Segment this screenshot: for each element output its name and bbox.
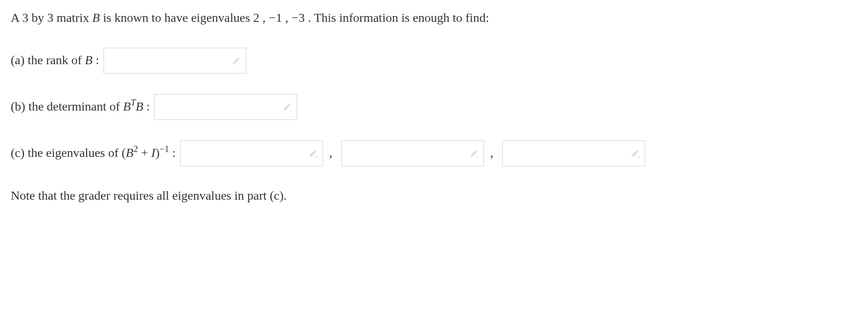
math-B: B bbox=[92, 11, 100, 25]
text: : bbox=[172, 146, 176, 160]
text: Note that the grader requires all eigenv… bbox=[11, 187, 287, 205]
text: , bbox=[285, 11, 291, 25]
text: : bbox=[95, 53, 99, 67]
part-c-label: (c) the eigenvalues of (B2 + I)−1 : bbox=[11, 144, 176, 162]
answer-box-b[interactable] bbox=[154, 94, 297, 120]
answer-input-c2[interactable] bbox=[348, 146, 469, 160]
answer-input-c1[interactable] bbox=[187, 146, 308, 160]
text: 3 bbox=[22, 11, 29, 25]
text: ) bbox=[155, 146, 159, 160]
answer-input-a[interactable] bbox=[110, 53, 231, 68]
pencil-icon[interactable] bbox=[630, 148, 640, 158]
part-a-label: (a) the rank of B : bbox=[11, 51, 99, 70]
text: −1 bbox=[269, 11, 282, 25]
math-superscript-T: T bbox=[131, 98, 136, 107]
svg-marker-4 bbox=[637, 156, 640, 157]
text: (c) the eigenvalues of bbox=[11, 146, 122, 160]
text: by bbox=[32, 11, 47, 25]
answer-input-b[interactable] bbox=[161, 100, 282, 114]
footnote: Note that the grader requires all eigenv… bbox=[11, 187, 857, 205]
text: (a) the rank of bbox=[11, 53, 85, 67]
answer-input-c3[interactable] bbox=[509, 146, 630, 160]
part-b-label: (b) the determinant of BTB : bbox=[11, 98, 150, 116]
text: : bbox=[146, 99, 150, 113]
pencil-icon[interactable] bbox=[308, 148, 318, 158]
text: (b) the determinant of bbox=[11, 99, 123, 113]
answer-box-c2[interactable] bbox=[341, 140, 484, 166]
text: 3 bbox=[47, 11, 54, 25]
answer-box-c3[interactable] bbox=[502, 140, 645, 166]
math-superscript-neg1: −1 bbox=[160, 144, 169, 154]
math-B: B bbox=[85, 53, 92, 67]
text: . This information is enough to find: bbox=[308, 11, 489, 25]
svg-marker-0 bbox=[239, 63, 241, 65]
part-a-row: (a) the rank of B : bbox=[11, 48, 857, 74]
answer-box-c1[interactable] bbox=[180, 140, 323, 166]
text: matrix bbox=[57, 11, 92, 25]
math-B: B bbox=[126, 146, 133, 160]
text: is known to have eigenvalues bbox=[103, 11, 253, 25]
text: 2 bbox=[253, 11, 260, 25]
math-B: B bbox=[136, 99, 143, 113]
pencil-icon[interactable] bbox=[231, 56, 241, 66]
svg-marker-2 bbox=[315, 156, 318, 157]
math-superscript-2: 2 bbox=[133, 144, 138, 154]
part-c-row: (c) the eigenvalues of (B2 + I)−1 : , , bbox=[11, 140, 857, 166]
part-b-row: (b) the determinant of BTB : bbox=[11, 94, 857, 120]
text: + bbox=[138, 146, 151, 160]
svg-marker-1 bbox=[289, 110, 292, 111]
svg-marker-3 bbox=[476, 156, 479, 157]
answer-box-a[interactable] bbox=[103, 48, 246, 74]
pencil-icon[interactable] bbox=[469, 148, 479, 158]
text: , bbox=[263, 11, 269, 25]
text: A bbox=[11, 11, 22, 25]
list-separator: , bbox=[323, 144, 337, 162]
pencil-icon[interactable] bbox=[282, 102, 292, 112]
text: ( bbox=[122, 146, 126, 160]
math-B: B bbox=[123, 99, 131, 113]
text: −3 bbox=[291, 11, 305, 25]
list-separator: , bbox=[484, 144, 498, 162]
problem-prompt: A 3 by 3 matrix B is known to have eigen… bbox=[11, 9, 857, 27]
